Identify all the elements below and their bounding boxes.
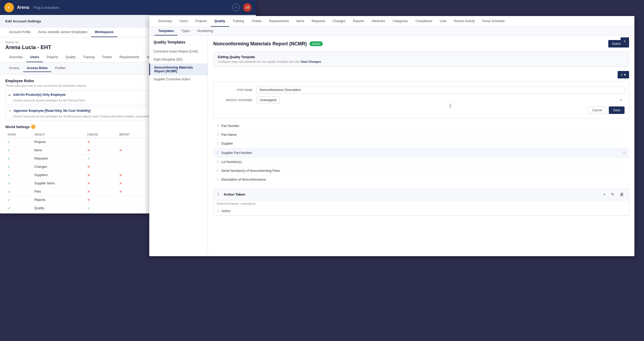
attr-description: Description of Nonconformance bbox=[213, 175, 629, 184]
tab-requirements[interactable]: Requirements bbox=[116, 53, 143, 62]
workspace-details: Details for Arena Lucia - EHT bbox=[5, 41, 51, 50]
step-form: STEP NAME DEFAULT ASSIGNEE Unassigned Ca… bbox=[213, 82, 629, 118]
access-tab-access[interactable]: Access bbox=[5, 65, 23, 72]
edit-action-button[interactable]: ✎ bbox=[609, 191, 616, 197]
role-addon-name: Add-On Product(s) Only Employee bbox=[13, 93, 66, 97]
attr-name: Description of Nonconformance bbox=[221, 178, 626, 181]
template-sca[interactable]: Supplier Corrective Action bbox=[149, 75, 208, 83]
assignee-select[interactable]: Unassigned bbox=[257, 96, 280, 104]
template-8d[interactable]: Eight Discipline (8D) bbox=[149, 55, 208, 64]
right-tab-compliance[interactable]: Compliance bbox=[412, 16, 436, 27]
right-tab-attributes[interactable]: Attributes bbox=[368, 16, 389, 27]
assignee-select-wrapper: Unassigned bbox=[257, 96, 625, 104]
action-title-text: Action Taken bbox=[224, 192, 245, 196]
attr-supplier-part-number: Supplier Part Number ⊗ bbox=[213, 148, 629, 158]
drag-handle-icon bbox=[216, 169, 219, 173]
right-sub-templates[interactable]: Templates bbox=[155, 27, 178, 35]
drag-handle-icon bbox=[216, 133, 219, 137]
templates-sidebar: Quality Templates Corrective Action Repo… bbox=[149, 36, 208, 254]
templates-title: Quality Templates bbox=[149, 40, 208, 47]
company-name: Plug It Industries bbox=[33, 6, 59, 10]
tab-users[interactable]: Users bbox=[26, 53, 43, 62]
attr-name: Supplier Part Number bbox=[221, 151, 622, 155]
action-section-header: Action Taken + ✎ 🗑 bbox=[214, 189, 629, 200]
right-content: Quality Templates Corrective Action Repo… bbox=[149, 36, 634, 254]
col-show: SHOW bbox=[5, 132, 32, 138]
drag-handle-icon bbox=[216, 151, 219, 155]
right-tab-quality[interactable]: Quality bbox=[211, 16, 229, 27]
right-sub-nav: Templates Types Numbering bbox=[149, 27, 634, 36]
world-settings-label: World Settings bbox=[5, 125, 30, 129]
right-tab-tickets[interactable]: Tickets bbox=[248, 16, 265, 27]
right-tab-changes[interactable]: Changes bbox=[329, 16, 349, 27]
tab-projects[interactable]: Projects bbox=[43, 53, 62, 62]
right-sub-numbering[interactable]: Numbering bbox=[194, 27, 217, 35]
right-tab-training[interactable]: Training bbox=[229, 16, 248, 27]
template-car[interactable]: Corrective Action Report (CAR) bbox=[149, 47, 208, 55]
workspaces-tab[interactable]: Workspaces bbox=[91, 27, 117, 37]
attr-name: Lot Number(s) bbox=[221, 160, 626, 164]
access-tab-roles[interactable]: Access Roles bbox=[23, 65, 51, 72]
assignee-row: DEFAULT ASSIGNEE Unassigned bbox=[218, 96, 625, 104]
cancel-button[interactable]: Cancel bbox=[587, 106, 606, 114]
add-step-button[interactable]: + ▾ bbox=[618, 71, 629, 78]
save-button[interactable]: Save bbox=[609, 106, 625, 114]
action-sub-text: Default Assignee: unassigned bbox=[214, 200, 629, 207]
attr-serial-number: Serial Number(s) of Nonconforming Parts bbox=[213, 166, 629, 175]
attr-name: Part Number bbox=[221, 124, 626, 128]
add-template-area: + bbox=[621, 37, 629, 45]
tab-summary[interactable]: Summary bbox=[5, 53, 26, 62]
attr-name: Serial Number(s) of Nonconforming Parts bbox=[221, 169, 626, 173]
app-name: Arena bbox=[17, 5, 29, 10]
attr-part-name: Part Name bbox=[213, 130, 629, 139]
col-import: IMPORT bbox=[117, 132, 148, 138]
help-button[interactable]: ? bbox=[232, 4, 240, 11]
account-profile-tab[interactable]: Account Profile bbox=[5, 27, 34, 37]
access-tab-profiles[interactable]: Profiles bbox=[51, 65, 70, 72]
tab-training[interactable]: Training bbox=[79, 53, 98, 62]
tab-quality[interactable]: Quality bbox=[62, 53, 79, 62]
template-ncmr[interactable]: Nonconforming Materials Report (NCMR) bbox=[149, 64, 208, 75]
template-name: Nonconforming Materials Report (NCMR) bbox=[213, 41, 307, 47]
right-sub-types[interactable]: Types bbox=[178, 27, 194, 35]
right-tab-requests[interactable]: Requests bbox=[308, 16, 329, 27]
right-panel: Summary Users Projects Quality Training … bbox=[149, 16, 634, 256]
right-tab-projects[interactable]: Projects bbox=[192, 16, 211, 27]
right-tab-reports[interactable]: Reports bbox=[349, 16, 368, 27]
attr-name: Part Name bbox=[221, 133, 626, 137]
right-tab-recent[interactable]: Recent Activity bbox=[450, 16, 479, 27]
account-bar-title: Edit Account Settings bbox=[5, 19, 41, 23]
plus-icon: + bbox=[621, 73, 623, 77]
employees-tab[interactable]: Arena Jannelle Jansen Employees bbox=[34, 27, 91, 37]
attr-part-number: Part Number bbox=[213, 122, 629, 130]
user-avatar[interactable]: JJ bbox=[243, 3, 252, 12]
remove-attr-button[interactable]: ⊗ bbox=[622, 150, 626, 155]
right-tab-users[interactable]: Users bbox=[176, 16, 191, 27]
attr-lot-number: Lot Number(s) bbox=[213, 158, 629, 166]
step-name-input[interactable] bbox=[257, 86, 625, 94]
arena-logo: A bbox=[4, 3, 14, 12]
editing-box: Editing Quality Template Configure steps… bbox=[213, 52, 629, 67]
editing-box-desc: Configure steps and attributes for this … bbox=[218, 60, 625, 63]
drag-handle-icon bbox=[216, 141, 219, 146]
col-object: OBJECT bbox=[32, 132, 85, 138]
attr-action: Action bbox=[214, 207, 629, 216]
right-tab-lists[interactable]: Lists bbox=[436, 16, 450, 27]
save-changes-link[interactable]: Save Changes bbox=[301, 60, 321, 63]
add-action-button[interactable]: + bbox=[602, 192, 607, 197]
right-tab-items[interactable]: Items bbox=[293, 16, 308, 27]
col-create: CREATE bbox=[85, 132, 117, 138]
right-tab-categories[interactable]: Categories bbox=[389, 16, 412, 27]
drag-handle-icon bbox=[217, 209, 219, 213]
attr-supplier: Supplier bbox=[213, 139, 629, 148]
drag-handle-icon bbox=[216, 160, 219, 164]
action-section: Action Taken + ✎ 🗑 Default Assignee: una… bbox=[213, 188, 629, 216]
right-tab-proxy[interactable]: Proxy Schedule bbox=[479, 16, 509, 27]
right-tab-summary[interactable]: Summary bbox=[155, 16, 176, 27]
tab-tickets[interactable]: Tickets bbox=[98, 53, 116, 62]
delete-action-button[interactable]: 🗑 bbox=[618, 192, 626, 197]
right-tab-requirements[interactable]: Requirements bbox=[265, 16, 293, 27]
add-template-button[interactable]: + bbox=[621, 37, 629, 45]
attr-name: Supplier bbox=[221, 142, 626, 145]
add-step-row: + ▾ bbox=[213, 71, 629, 78]
